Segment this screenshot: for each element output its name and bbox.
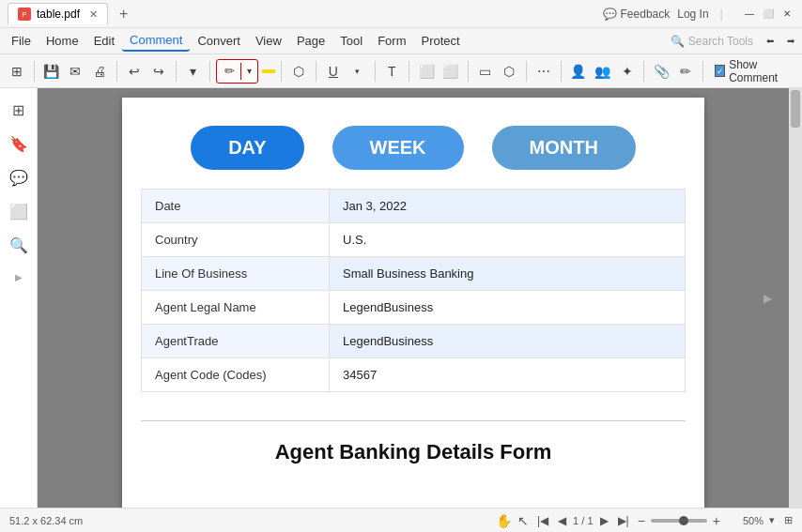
first-page-button[interactable]: |◀ [534, 514, 551, 527]
group-button[interactable]: 👥 [592, 59, 614, 84]
select-tool-icon[interactable]: ↖ [517, 513, 529, 528]
sep7 [375, 61, 376, 82]
menu-form[interactable]: Form [370, 31, 413, 51]
save-button[interactable]: 💾 [40, 59, 63, 84]
panel-toggle-button[interactable]: ⊞ [6, 59, 28, 84]
zoom-in-button[interactable]: + [713, 513, 720, 528]
prev-page-button[interactable]: ◀ [555, 514, 569, 527]
hand-tool-icon[interactable]: ✋ [496, 513, 512, 528]
menu-edit[interactable]: Edit [86, 31, 122, 51]
window-controls: — ⬜ ✕ [742, 7, 794, 22]
zoom-out-button[interactable]: − [638, 513, 645, 528]
minimize-button[interactable]: — [742, 7, 757, 22]
menu-page[interactable]: Page [289, 31, 332, 51]
sep12 [643, 61, 644, 82]
menu-protect[interactable]: Protect [413, 31, 467, 51]
statusbar-right: ✋ ↖ |◀ ◀ 1 / 1 ▶ ▶| − + 50% ▾ ⊞ [496, 513, 793, 528]
label-agent-trade: AgentTrade [142, 325, 330, 358]
sidebar-search-button[interactable]: 🔍 [5, 231, 33, 259]
underline-button[interactable]: U [322, 59, 345, 84]
value-date: Jan 3, 2022 [330, 190, 686, 223]
highlight-color-indicator [262, 68, 275, 73]
statusbar-left: 51.2 x 62.34 cm [9, 515, 488, 526]
menu-file[interactable]: File [4, 31, 39, 51]
underline-dropdown[interactable]: ▾ [347, 59, 369, 84]
sep11 [561, 61, 562, 82]
last-page-button[interactable]: ▶| [615, 514, 632, 527]
fullscreen-button[interactable]: ⊞ [784, 514, 793, 526]
label-country: Country [142, 223, 330, 257]
sidebar-layers-button[interactable]: ⬜ [5, 197, 33, 225]
sep5 [281, 61, 282, 82]
sidebar-expand-button[interactable]: ▶ [15, 272, 23, 282]
sep2 [116, 61, 117, 82]
highlight-button[interactable]: ✏ [218, 61, 240, 82]
menu-comment[interactable]: Comment [122, 30, 190, 52]
dimensions-label: 51.2 x 62.34 cm [9, 515, 83, 526]
menu-home[interactable]: Home [39, 31, 86, 51]
highlight-tool-group[interactable]: ✏ ▾ [216, 59, 258, 84]
titlebar-left: P table.pdf ✕ + [8, 3, 603, 24]
more-button[interactable]: ⋯ [532, 59, 555, 84]
page-info: 1 / 1 [573, 515, 593, 526]
right-panel-toggle[interactable]: ▶ [763, 292, 772, 305]
sep9 [468, 61, 469, 82]
print-button[interactable]: 🖨 [88, 59, 111, 84]
label-line-of-business: Line Of Business [142, 257, 330, 291]
menu-view[interactable]: View [248, 31, 289, 51]
undo-button[interactable]: ↩ [123, 59, 146, 84]
link-button[interactable]: 📎 [650, 59, 672, 84]
back-button[interactable]: ⬅ [763, 34, 778, 49]
shape-button[interactable]: ▭ [474, 59, 497, 84]
divider: | [720, 7, 723, 21]
section-divider [141, 420, 686, 421]
zoom-dropdown[interactable]: ▾ [769, 514, 775, 526]
text-button[interactable]: T [380, 59, 403, 84]
sidebar-bookmark-button[interactable]: 🔖 [5, 129, 33, 158]
menubar: File Home Edit Comment Convert View Page… [0, 28, 802, 54]
day-button[interactable]: DAY [191, 126, 303, 170]
redo-button[interactable]: ↪ [147, 59, 170, 84]
maximize-button[interactable]: ⬜ [761, 7, 776, 22]
zoom-slider[interactable] [651, 519, 707, 523]
next-page-button[interactable]: ▶ [597, 514, 611, 527]
zoom-handle [679, 516, 688, 525]
tab-close-button[interactable]: ✕ [89, 8, 98, 21]
edit2-button[interactable]: ✏ [674, 59, 697, 84]
email-button[interactable]: ✉ [65, 59, 87, 84]
sidebar-pages-button[interactable]: ⊞ [5, 96, 33, 124]
login-button[interactable]: Log In [677, 8, 708, 21]
show-comment-group: Show Comment [715, 58, 796, 84]
textbox-button[interactable]: ⬜ [415, 59, 438, 84]
scrollbar-right[interactable] [789, 88, 802, 508]
pdf-area[interactable]: DAY WEEK MONTH Date Jan 3, 2022 Country … [38, 88, 789, 508]
feedback-button[interactable]: 💬 Feedback [603, 8, 671, 21]
main-area: ⊞ 🔖 💬 ⬜ 🔍 ▶ DAY WEEK MONTH Date Jan 3, 2… [0, 88, 802, 508]
new-tab-button[interactable]: + [114, 6, 133, 23]
search-tools[interactable]: 🔍 Search Tools [671, 35, 753, 48]
data-table: Date Jan 3, 2022 Country U.S. Line Of Bu… [141, 189, 686, 392]
menu-tool[interactable]: Tool [332, 31, 370, 51]
value-line-of-business: Small Business Banking [330, 257, 686, 291]
callout-button[interactable]: ⬜ [440, 59, 462, 84]
stamp-button[interactable]: ⬡ [499, 59, 521, 84]
menu-convert[interactable]: Convert [190, 31, 248, 51]
scroll-thumb[interactable] [791, 90, 800, 128]
search-label: Search Tools [688, 35, 753, 48]
titlebar: P table.pdf ✕ + 💬 Feedback Log In | — ⬜ … [0, 0, 802, 28]
person-button[interactable]: 👤 [567, 59, 590, 84]
close-button[interactable]: ✕ [779, 7, 794, 22]
forward-button[interactable]: ➡ [783, 34, 798, 49]
month-button[interactable]: MONTH [492, 126, 636, 170]
highlight-dropdown[interactable]: ▾ [241, 61, 256, 82]
dropdown-button[interactable]: ▾ [182, 59, 205, 84]
tab-table-pdf[interactable]: P table.pdf ✕ [8, 3, 108, 24]
sep6 [316, 61, 316, 82]
sidebar-comment-button[interactable]: 💬 [5, 163, 33, 191]
feedback-icon: 💬 [603, 8, 617, 21]
table-row: Line Of Business Small Business Banking [142, 257, 686, 291]
stamp2-button[interactable]: ✦ [616, 59, 639, 84]
eraser-button[interactable]: ⬡ [287, 59, 310, 84]
week-button[interactable]: WEEK [332, 126, 464, 170]
show-comment-checkbox[interactable] [715, 65, 725, 77]
